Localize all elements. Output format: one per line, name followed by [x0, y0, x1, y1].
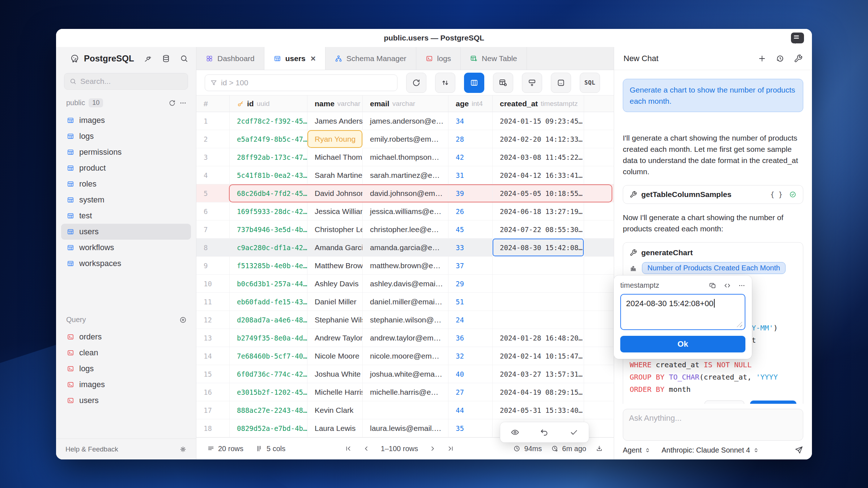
table-row[interactable]: 13 b2749f35-8e0a-4d… Andrew Taylor andre…: [196, 329, 614, 347]
chat-history-icon[interactable]: [776, 54, 784, 63]
cell-id[interactable]: e5af24f9-8b5c-47…: [230, 130, 307, 148]
sort-button[interactable]: [435, 73, 455, 93]
export-download-icon[interactable]: [596, 445, 603, 452]
cell-editor-textarea[interactable]: 2024-08-30 15:42:08+00: [620, 294, 745, 330]
cell-id[interactable]: 5c41f81b-0ea2-43…: [230, 166, 307, 184]
cell-created-at[interactable]: [493, 257, 584, 275]
cell-id[interactable]: b2749f35-8e0a-4d…: [230, 329, 307, 347]
table-row[interactable]: 4 5c41f81b-0ea2-43… Sarah Martinez sarah…: [196, 166, 614, 184]
sidebar-item-workflows[interactable]: workflows: [61, 240, 191, 256]
table-row[interactable]: 1 2cdf78c2-f392-45… James Anderson james…: [196, 112, 614, 130]
cell-created-at[interactable]: 2024-05-05 10:18:55…: [493, 184, 584, 202]
cell-created-at[interactable]: 2024-05-31 15:33:40…: [493, 401, 584, 419]
cell-created-at[interactable]: 2024-03-27 13:57:31…: [493, 365, 584, 383]
tab-schema-manager[interactable]: Schema Manager: [326, 47, 416, 70]
cell-age[interactable]: 33: [448, 239, 493, 257]
cell-name[interactable]: Joshua White: [307, 365, 363, 383]
cell-created-at[interactable]: [493, 275, 584, 293]
confirm-check-icon[interactable]: [570, 428, 578, 437]
cell-email[interactable]: michael.thompson…: [363, 148, 448, 166]
cell-age[interactable]: 44: [448, 401, 493, 419]
cell-created-at[interactable]: 2024-01-28 16:48:20…: [493, 329, 584, 347]
allow-button[interactable]: ✓Allow: [750, 401, 796, 404]
cell-age[interactable]: 42: [448, 148, 493, 166]
sql-button[interactable]: SQL: [580, 73, 600, 93]
table-row[interactable]: 8 c9ac280c-df1a-42… Amanda Garcia amanda…: [196, 239, 614, 257]
query-item-orders[interactable]: orders: [61, 329, 191, 345]
cell-id[interactable]: f513285b-4e0b-4e…: [230, 257, 307, 275]
cell-email[interactable]: stephanie.wilson@…: [363, 311, 448, 329]
cell-age[interactable]: 45: [448, 221, 493, 239]
sidebar-item-permissions[interactable]: permissions: [61, 144, 191, 160]
copy-icon[interactable]: [709, 282, 716, 289]
sidebar-item-test[interactable]: test: [61, 208, 191, 224]
close-tab-icon[interactable]: ×: [311, 53, 316, 64]
cell-id[interactable]: 888ac27e-2243-48…: [230, 401, 307, 419]
sidebar-item-logs[interactable]: logs: [61, 128, 191, 144]
sidebar-item-roles[interactable]: roles: [61, 176, 191, 192]
cell-created-at[interactable]: 2024-06-18 13:27:19…: [493, 202, 584, 221]
cell-name[interactable]: Daniel Miller: [307, 293, 363, 311]
cell-age[interactable]: 27: [448, 383, 493, 401]
sidebar-item-workspaces[interactable]: workspaces: [61, 256, 191, 271]
cell-id[interactable]: 7e68460b-5cf7-40…: [230, 347, 307, 365]
cell-age[interactable]: 28: [448, 130, 493, 148]
cell-name[interactable]: Jessica Williams: [307, 202, 363, 221]
table-row[interactable]: 9 f513285b-4e0b-4e… Matthew Brown matthe…: [196, 257, 614, 275]
cell-id[interactable]: e3015b2f-1202-45…: [230, 383, 307, 401]
cell-age[interactable]: 34: [448, 112, 493, 130]
cell-created-at[interactable]: 2024-02-20 14:12:33…: [493, 130, 584, 148]
header-id[interactable]: iduuid: [230, 95, 307, 112]
cell-created-at[interactable]: [493, 293, 584, 311]
tab-logs[interactable]: logs: [416, 47, 461, 70]
tool-args-icon[interactable]: { }: [770, 191, 783, 198]
cell-id[interactable]: 28ff92ab-173c-47…: [230, 148, 307, 166]
cell-created-at[interactable]: 2024-08-30 15:42:08…: [493, 239, 584, 257]
filter-input-box[interactable]: [205, 74, 397, 91]
cell-name[interactable]: Michael Thomp…: [307, 148, 363, 166]
cell-age[interactable]: 36: [448, 329, 493, 347]
header-age[interactable]: ageint4: [448, 95, 493, 112]
cell-email[interactable]: amanda.garcia@e…: [363, 239, 448, 257]
cell-created-at[interactable]: [493, 311, 584, 329]
table-row[interactable]: 3 28ff92ab-173c-47… Michael Thomp… micha…: [196, 148, 614, 166]
prev-page-button[interactable]: [363, 445, 370, 452]
add-query-icon[interactable]: [179, 316, 187, 324]
table-row[interactable]: 2 e5af24f9-8b5c-47… Ryan Young emily.rob…: [196, 130, 614, 148]
table-row[interactable]: 5 68c26db4-7fd2-45… David Johnson david.…: [196, 184, 614, 202]
cell-id[interactable]: 0829d52a-e7bd-4b…: [230, 419, 307, 437]
table-row[interactable]: 10 b0c6d3b1-257a-44… Ashley Davis ashley…: [196, 275, 614, 293]
cell-email[interactable]: david.johnson@em…: [363, 184, 448, 202]
cell-age[interactable]: 35: [448, 419, 493, 437]
ok-button[interactable]: Ok: [620, 336, 745, 352]
table-row[interactable]: 12 d208ad7a-a4e6-48… Stephanie Wils… ste…: [196, 311, 614, 329]
cell-name[interactable]: Ashley Davis: [307, 275, 363, 293]
cell-email[interactable]: sarah.martinez@e…: [363, 166, 448, 184]
cell-created-at[interactable]: 2024-03-08 11:45:22…: [493, 148, 584, 166]
header-email[interactable]: emailvarchar: [363, 95, 448, 112]
cell-created-at[interactable]: 2024-04-12 16:33:41…: [493, 166, 584, 184]
cell-name[interactable]: Andrew Taylor: [307, 329, 363, 347]
cell-email[interactable]: daniel.miller@emai…: [363, 293, 448, 311]
cell-name[interactable]: Michelle Harris: [307, 383, 363, 401]
last-page-button[interactable]: [447, 445, 454, 452]
table-row[interactable]: 16 e3015b2f-1202-45… Michelle Harris mic…: [196, 383, 614, 401]
cell-email[interactable]: nicole.moore@em…: [363, 347, 448, 365]
preview-eye-icon[interactable]: [511, 428, 519, 437]
composer-input-box[interactable]: [623, 409, 803, 441]
cell-age[interactable]: 26: [448, 202, 493, 221]
cell-email[interactable]: laura.lewis@email.…: [363, 419, 448, 437]
header-index[interactable]: #: [196, 95, 230, 112]
sidebar-search[interactable]: [64, 73, 188, 90]
cell-email[interactable]: michelle.harris@e…: [363, 383, 448, 401]
query-item-logs[interactable]: logs: [61, 361, 191, 377]
cell-id[interactable]: 737b4946-3e5d-4b…: [230, 221, 307, 239]
cell-name[interactable]: Amanda Garcia: [307, 239, 363, 257]
cell-name[interactable]: Kevin Clark: [307, 401, 363, 419]
refresh-icon[interactable]: [169, 99, 176, 107]
cell-age[interactable]: 40: [448, 365, 493, 383]
cell-age[interactable]: 31: [448, 166, 493, 184]
search-icon[interactable]: [180, 54, 188, 63]
tab-users[interactable]: users ×: [264, 47, 326, 70]
sidebar-item-product[interactable]: product: [61, 160, 191, 176]
